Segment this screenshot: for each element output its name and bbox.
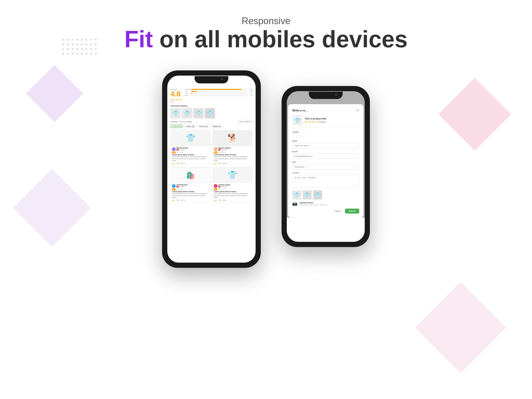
quality-stars[interactable]: ☆ ☆ ☆ ☆ ☆ [292,134,359,138]
review-title-2: Lorem ipsum dolor sit amet, [214,154,251,156]
filter-tab-photos[interactable]: Photos (10) [197,125,210,128]
dislike-btn-1[interactable]: 👎 8 [177,163,180,164]
product-stars: ★ ★ ★ ★ ★ 33 reviews [305,121,326,123]
review-info-3: Z Zofia Woomer 🇻🇳 Viet Nam [171,183,210,202]
star-1: ★ [170,98,172,101]
country-name-4: Viet Nam [221,186,227,188]
review-rating-3: ★ 1 4 hours ago [172,188,209,190]
review-card-1: 👕 M Martha Downer 🇻🇳 Viet Nam [170,130,211,165]
flag-3: 🇻🇳 [176,186,179,188]
filter-tab-5stars[interactable]: 5 Stars (33) [170,125,183,128]
reviewer-row-4: C Christin Somer 🇻🇳 Viet Nam [214,184,251,188]
email-label: Email* [292,150,359,153]
photo-thumb-3[interactable]: 👕 [193,108,204,118]
star-badge-2: ★ 1 [214,151,217,154]
name-input[interactable] [292,143,359,148]
like-btn-1[interactable]: 👍 3 [172,163,175,164]
quality-star-1[interactable]: ☆ [292,134,295,138]
svg-text:👕: 👕 [184,110,190,116]
quality-star-2[interactable]: ☆ [296,134,299,138]
customer-photos-row: 👕 👕 👕 👕 [170,108,252,118]
photo-thumb-4[interactable]: 👕 [205,108,215,118]
reviewer-name-1: Martha Downer [176,147,189,149]
review-title-1: Lorem ipsum dolor sit amet, [172,154,209,156]
right-phone: Write a re... ✕ 👕 This is product title … [282,86,370,247]
product-details: This is product title ★ ★ ★ ★ ★ 33 revie… [305,117,326,123]
email-input[interactable] [292,154,359,159]
average-count: (27) [170,101,182,103]
bar-pct-bad: 0% [248,95,252,96]
left-phone-screen: Average 4.8 ★ ★ ★ ★ ★ (27) Exce [167,76,256,263]
review-actions-4: 👍 3 👎 8 💬 18 [214,200,251,201]
dislike-btn-3[interactable]: 👎 8 [177,200,180,201]
svg-text:👕: 👕 [315,192,321,198]
upload-section[interactable]: 📷 Upload Photos Accept .jpg, .png and ma… [292,201,359,206]
bar-label-poor: Poor [185,93,190,94]
star-4: ★ [177,98,179,101]
content-group: Content [292,172,359,188]
title-input[interactable] [292,164,359,170]
photo-thumb-1[interactable]: 👕 [170,108,181,118]
product-reviews-count: 33 reviews [317,121,326,123]
comment-btn-4[interactable]: 💬 18 [223,200,227,201]
fit-word: Fit [124,26,153,52]
phones-container: Average 4.8 ★ ★ ★ ★ ★ (27) Exce [0,70,532,268]
content-textarea[interactable] [292,175,359,188]
submit-button[interactable]: Submit [345,209,359,214]
bar-pct-fair: 10% [248,91,252,92]
review-body-2: Lorem ipsum dolor sit amet, consectetur … [214,156,251,162]
sort-button[interactable]: Sort by lastest ▼ [237,120,252,123]
star-2: ★ [173,98,175,101]
reviewer-country-3: 🇻🇳 Viet Nam [176,186,188,188]
svg-text:🐕: 🐕 [228,133,238,143]
comment-btn-1[interactable]: 💬 18 [181,163,185,164]
cancel-button[interactable]: Cancel [332,209,343,213]
modal-footer: Cancel Submit [292,209,359,214]
bar-fill-excellent [191,89,242,90]
quality-label: Quality* [292,131,359,133]
review-image-4: 👕 [212,167,252,183]
quality-star-5[interactable]: ☆ [307,134,310,138]
review-time-2: 4 hours ago [218,152,225,153]
like-btn-3[interactable]: 👍 3 [172,200,175,201]
filter-tab-4stars[interactable]: 4 Stars (20) [184,125,196,128]
review-card-3: 🛍️ Z Zofia Woomer 🇻🇳 Viet Nam [170,167,211,202]
review-card-2: 🐕 M Majorie Sowder 🇻🇳 Viet Nam [212,130,252,165]
bar-label-bad: Bad [185,95,190,96]
comment-btn-2[interactable]: 💬 18 [223,163,227,164]
name-group: Name [292,140,359,148]
bar-bad: Bad 0% [185,95,252,96]
reviewer-avatar-4: C [214,184,217,188]
svg-text:👕: 👕 [195,110,202,116]
bar-fair: Fair 10% [185,91,252,92]
right-phone-screen: Write a re... ✕ 👕 This is product title … [287,91,365,242]
quality-star-3[interactable]: ☆ [300,134,302,138]
like-btn-2[interactable]: 👍 3 [214,163,217,164]
email-group: Email* [292,150,359,159]
reviewer-name-4: Christin Somer [218,184,230,186]
like-btn-4[interactable]: 👍 3 [214,200,217,201]
filter-tab-replied[interactable]: Replied (0) [211,125,223,128]
quality-star-4[interactable]: ☆ [303,134,306,138]
reviewer-avatar-1: M [172,147,176,151]
bar-fill-fair [191,91,197,92]
dislike-btn-4[interactable]: 👎 8 [218,200,222,201]
rating-summary: Average 4.8 ★ ★ ★ ★ ★ (27) Exce [170,89,252,103]
star-badge-4: ★ 1 [214,188,217,190]
review-body-3: Lorem ipsum dolor sit amet, consectetur … [172,193,209,199]
star-badge-1: ★ 1 [172,151,176,154]
svg-text:👕: 👕 [294,117,301,124]
country-name-1: Viet Nam [179,149,185,151]
review-actions-3: 👍 3 👎 8 💬 18 [172,200,209,201]
svg-text:👕: 👕 [304,192,310,198]
reviewer-name-2: Majorie Sowder [218,147,231,149]
modal-close-button[interactable]: ✕ [356,108,359,112]
photo-thumb-2[interactable]: 👕 [182,108,192,118]
review-rating-2: ★ 1 4 hours ago [214,151,251,154]
review-body-1: Lorem ipsum dolor sit amet, consectetur … [172,156,209,162]
review-actions-1: 👍 3 👎 8 💬 18 [172,163,209,164]
average-stars: ★ ★ ★ ★ ★ [170,98,182,101]
dislike-btn-2[interactable]: 👎 8 [218,163,222,164]
comment-btn-3[interactable]: 💬 18 [181,200,185,201]
bar-fill-poor [191,93,192,94]
